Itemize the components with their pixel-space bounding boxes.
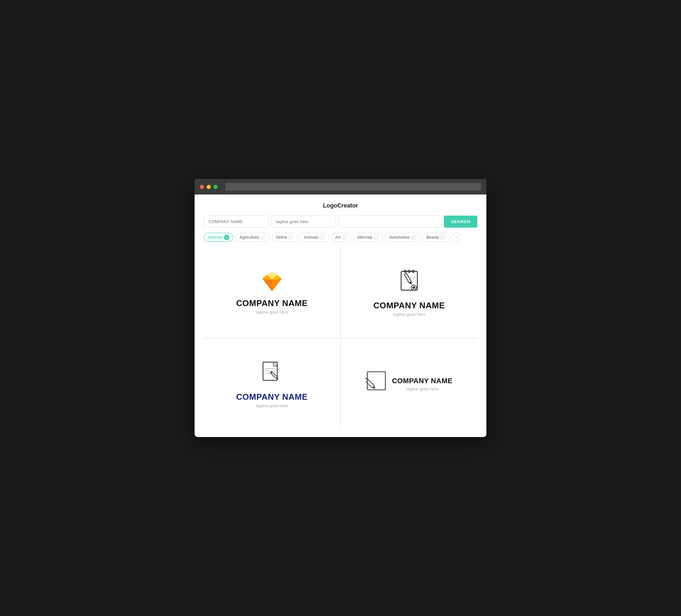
- logo-card-3[interactable]: COMPANY NAME tagline goes here: [204, 338, 340, 429]
- address-bar[interactable]: [225, 183, 481, 190]
- category-abstract-label: Abstract: [208, 235, 223, 239]
- category-beauty-check: ✓: [440, 235, 446, 240]
- category-automotive[interactable]: Automotive ✓: [385, 233, 420, 242]
- category-art[interactable]: Art ✓: [331, 233, 351, 242]
- svg-marker-4: [272, 279, 282, 291]
- document-pen-icon: [259, 360, 285, 387]
- category-beauty-label: Beauty: [426, 235, 439, 239]
- logo-3-tagline: tagline goes here: [256, 403, 288, 408]
- tagline-input[interactable]: [271, 215, 336, 228]
- svg-rect-23: [271, 372, 277, 379]
- category-airline-check: ✓: [288, 235, 294, 240]
- maximize-button[interactable]: [213, 185, 218, 189]
- company-name-input[interactable]: [204, 215, 269, 228]
- app-content: LogoCreator SEARCH Abstract ✓ Agricultur…: [195, 195, 486, 437]
- logo-1-company-name: COMPANY NAME: [236, 298, 308, 308]
- category-abstract-check: ✓: [224, 235, 229, 240]
- svg-marker-3: [262, 279, 272, 291]
- logo-2-tagline: tagline goes here: [393, 312, 426, 317]
- category-agriculture-label: Agriculture: [239, 235, 259, 239]
- logo-4-text-group: COMPANY NAME tagline goes here: [392, 377, 453, 391]
- svg-rect-26: [367, 371, 385, 390]
- pen-square-icon: [366, 370, 387, 393]
- minimize-button[interactable]: [207, 185, 211, 189]
- search-bar: SEARCH: [204, 215, 477, 228]
- browser-window: LogoCreator SEARCH Abstract ✓ Agricultur…: [195, 179, 486, 437]
- category-attorney-check: ✓: [374, 235, 379, 240]
- logo-grid: COMPANY NAME tagline goes here: [204, 247, 477, 429]
- category-attorney-label: Attorney: [357, 235, 373, 239]
- category-automotive-label: Automotive: [389, 235, 409, 239]
- category-airline-label: Airline: [276, 235, 287, 239]
- browser-titlebar: [195, 179, 486, 195]
- category-next-button[interactable]: →: [452, 233, 461, 242]
- category-agriculture-check: ✓: [260, 235, 266, 240]
- logo-4-company-name: COMPANY NAME: [392, 377, 453, 385]
- logo-3-company-name: COMPANY NAME: [236, 392, 308, 402]
- category-animals[interactable]: Animals ✓: [300, 233, 329, 242]
- svg-point-18: [412, 286, 415, 289]
- diamond-icon: [259, 271, 285, 293]
- category-attorney[interactable]: Attorney ✓: [353, 233, 383, 242]
- category-art-label: Art: [335, 235, 340, 239]
- category-agriculture[interactable]: Agriculture ✓: [235, 233, 270, 242]
- logo-card-2[interactable]: COMPANY NAME tagline goes here: [341, 247, 477, 338]
- close-button[interactable]: [200, 185, 204, 189]
- category-art-check: ✓: [342, 235, 347, 240]
- logo-card-1[interactable]: COMPANY NAME tagline goes here: [204, 247, 340, 338]
- category-animals-check: ✓: [320, 235, 325, 240]
- category-bar: Abstract ✓ Agriculture ✓ Airline ✓ Anima…: [204, 233, 477, 242]
- logo-2-company-name: COMPANY NAME: [373, 301, 445, 311]
- logo-card-4[interactable]: COMPANY NAME tagline goes here: [341, 338, 477, 429]
- search-button[interactable]: SEARCH: [444, 215, 477, 228]
- keyword-input[interactable]: [338, 215, 442, 228]
- svg-marker-28: [372, 386, 376, 390]
- app-title: LogoCreator: [204, 202, 477, 209]
- logo-1-tagline: tagline goes here: [256, 310, 288, 314]
- category-airline[interactable]: Airline ✓: [272, 233, 298, 242]
- category-automotive-check: ✓: [411, 235, 416, 240]
- svg-rect-15: [404, 273, 411, 283]
- logo-4-tagline: tagline goes here: [392, 386, 453, 391]
- category-beauty[interactable]: Beauty ✓: [422, 233, 450, 242]
- category-animals-label: Animals: [304, 235, 318, 239]
- category-abstract[interactable]: Abstract ✓: [204, 233, 233, 242]
- writing-tool-icon: [396, 268, 422, 296]
